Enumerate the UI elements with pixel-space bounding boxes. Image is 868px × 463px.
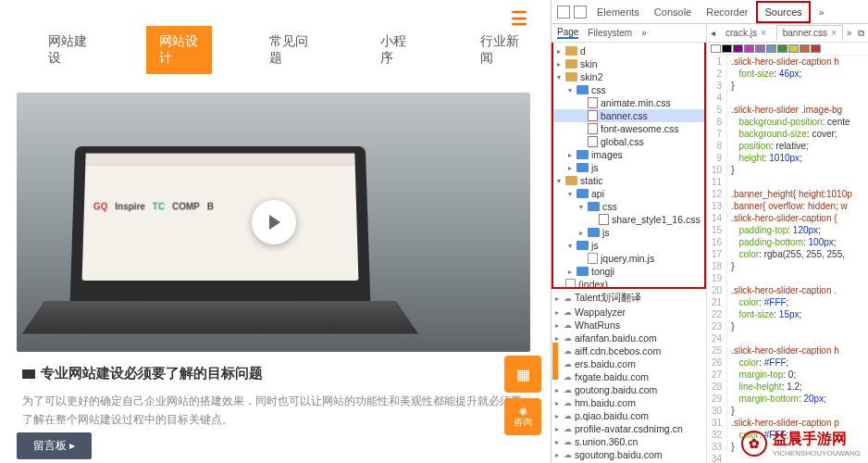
devtools-tab[interactable]: Console — [648, 3, 698, 21]
tree-node[interactable]: animate.min.css — [553, 96, 704, 109]
origin-node[interactable]: ▸☁Wappalyzer — [552, 306, 706, 319]
close-icon[interactable]: × — [831, 28, 837, 38]
tree-node[interactable]: share_style1_16.css — [553, 213, 704, 226]
code-tab[interactable]: crack.js× — [719, 25, 773, 41]
watermark: ✿ 益晨手游网YICHENSHOUYOUWANG — [741, 430, 861, 457]
code-tab[interactable]: banner.css× — [776, 25, 843, 41]
origin-node[interactable]: ▸☁aiff.cdn.bcebos.com — [552, 344, 706, 357]
tree-subtab[interactable]: Filesystem — [588, 28, 632, 38]
color-swatch[interactable] — [800, 44, 810, 53]
hero-video[interactable]: GQInspireTCCOMPB — [17, 93, 530, 352]
nav-item[interactable]: 小程序 — [367, 26, 424, 74]
origin-node[interactable]: ▸☁profile-avatar.csdnimg.cn — [552, 422, 706, 435]
tree-node[interactable]: ▾css — [553, 83, 704, 96]
origin-node[interactable]: ▸☁sgoutong.baidu.com — [552, 448, 706, 461]
nav-item[interactable]: 网站设计 — [146, 26, 213, 74]
tree-node[interactable]: ▾js — [553, 239, 704, 252]
tree-node[interactable]: (index) — [553, 278, 704, 289]
nav-back-icon[interactable]: ◂ — [711, 28, 715, 38]
color-swatch[interactable] — [777, 44, 787, 53]
tree-node[interactable]: ▸skin — [553, 57, 704, 70]
devtools-panel: ElementsConsoleRecorderSources» PageFile… — [551, 0, 868, 463]
tree-node[interactable]: ▸tongji — [553, 265, 704, 278]
origin-node[interactable]: ▸☁fxgate.baidu.com — [552, 370, 706, 383]
color-swatch[interactable] — [755, 44, 765, 53]
message-board-button[interactable]: 留言板 ▸ — [17, 432, 92, 459]
article-body: 为了可以更好的确定自己企业网站的搭建效果，同时也可以让网站的功能性和美观性都能提… — [22, 392, 528, 430]
origin-node[interactable]: ▸☁ers.baidu.com — [552, 357, 706, 370]
close-icon[interactable]: × — [761, 28, 766, 38]
tree-node[interactable]: jquery.min.js — [553, 252, 704, 265]
tree-node[interactable]: ▾api — [553, 187, 704, 200]
tree-node[interactable]: global.css — [553, 135, 704, 148]
main-nav: 网站建设网站设计常见问题小程序行业新闻 — [17, 26, 534, 74]
origins-list[interactable]: ▸☁Talent划词翻译▸☁Wappalyzer▸☁WhatRuns▸☁aifa… — [552, 289, 706, 463]
nav-item[interactable]: 常见问题 — [256, 26, 323, 74]
color-swatch[interactable] — [733, 44, 743, 53]
tree-node[interactable]: banner.css — [553, 109, 704, 122]
file-tree[interactable]: ▸d▸skin▾skin2▾cssanimate.min.cssbanner.c… — [552, 43, 706, 289]
origin-node[interactable]: ▸☁WhatRuns — [552, 319, 706, 332]
color-swatch[interactable] — [744, 44, 754, 53]
devtools-tab[interactable]: Sources — [756, 1, 810, 23]
color-swatch[interactable] — [711, 44, 721, 53]
origin-node[interactable]: ▸☁hm.baidu.com — [552, 396, 706, 409]
inspect-icon[interactable] — [557, 6, 570, 19]
device-icon[interactable] — [574, 6, 587, 19]
tree-node[interactable]: ▸js — [553, 226, 704, 239]
nav-item[interactable]: 行业新闻 — [467, 26, 534, 74]
origin-node[interactable]: ▸☁Talent划词翻译 — [552, 291, 706, 306]
color-swatch[interactable] — [766, 44, 776, 53]
color-swatch[interactable] — [722, 44, 732, 53]
article-title: 专业网站建设必须要了解的目标问题 — [22, 365, 528, 382]
tree-node[interactable]: ▸images — [553, 148, 704, 161]
code-editor[interactable]: 1234567891011121314151617181920212223242… — [707, 56, 868, 463]
tree-node[interactable]: font-awesome.css — [553, 122, 704, 135]
tree-subtab[interactable]: Page — [557, 27, 578, 39]
tree-node[interactable]: ▸d — [553, 44, 704, 57]
color-swatch[interactable] — [811, 44, 821, 53]
tree-node[interactable]: ▾css — [553, 200, 704, 213]
consult-button[interactable]: ◉咨询 — [504, 398, 541, 435]
color-swatch[interactable] — [788, 44, 799, 53]
devtools-tab[interactable]: Recorder — [700, 3, 754, 21]
tree-node[interactable]: ▸js — [553, 161, 704, 174]
tree-node[interactable]: ▾static — [553, 174, 704, 187]
accent-bar — [552, 343, 558, 380]
origin-node[interactable]: ▸☁goutong.baidu.com — [552, 383, 706, 396]
wechat-icon[interactable]: ▦ — [504, 356, 541, 393]
devtools-tab[interactable]: Elements — [590, 3, 646, 21]
hamburger-icon[interactable]: ☰ — [511, 7, 527, 30]
play-icon[interactable] — [252, 200, 296, 244]
origin-node[interactable]: ▸☁aifanfan.baidu.com — [552, 332, 706, 344]
nav-item[interactable]: 网站建设 — [35, 26, 102, 74]
tree-node[interactable]: ▾skin2 — [553, 70, 704, 83]
origin-node[interactable]: ▸☁s.union.360.cn — [552, 435, 706, 448]
origin-node[interactable]: ▸☁p.qiao.baidu.com — [552, 409, 706, 422]
